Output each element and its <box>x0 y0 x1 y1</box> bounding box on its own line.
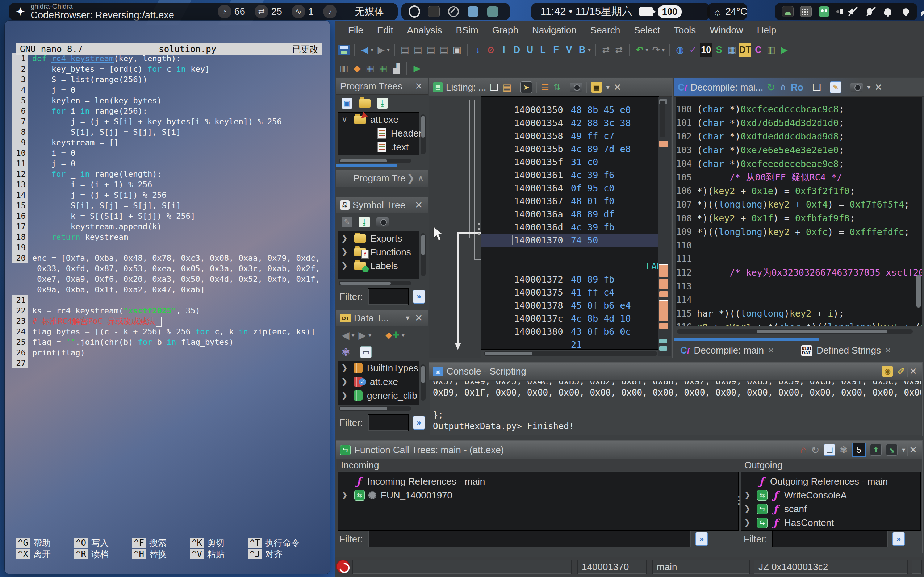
listing-row[interactable]: 14000137541 ff c4 <box>481 286 659 299</box>
mic-muted-icon[interactable] <box>864 6 876 18</box>
world-icon[interactable]: ◍ <box>674 43 686 57</box>
listing-row[interactable]: 14000136d4c 39 fb <box>481 221 659 234</box>
airplane-mode-icon[interactable] <box>918 6 924 18</box>
expand-icon[interactable]: ❯ <box>338 391 351 400</box>
listing-row[interactable]: 14000135b4c 89 7d e8 <box>481 142 659 155</box>
symbol-tree-title-bar[interactable]: 品 Symbol Tree ✕ <box>336 197 428 213</box>
close-icon[interactable]: ✕ <box>413 313 424 324</box>
filter-input[interactable] <box>368 531 691 547</box>
chevron-down-icon[interactable]: ▾ <box>902 446 905 454</box>
notification-bell-icon[interactable] <box>882 6 893 18</box>
import-symbols-icon[interactable]: ⭳ <box>359 217 370 227</box>
binary-10-icon[interactable]: 10 <box>700 43 712 57</box>
tree-item[interactable]: Headers <box>338 126 419 140</box>
undefine-u-icon[interactable]: U <box>524 43 536 57</box>
close-icon[interactable]: × <box>768 345 774 356</box>
filter-options-icon[interactable]: » <box>413 290 425 303</box>
decompile-line[interactable]: 108*)(key2 + 0x1f) = 0xfbfaf9f8; <box>676 211 922 225</box>
ghidra-codebrowser-window[interactable]: FileEditAnalysisBSimGraphNavigationSearc… <box>335 21 924 577</box>
listing-row[interactable]: 14000135442 88 3c 38 <box>481 116 659 129</box>
tree-item[interactable]: ❯BuiltInTypes <box>338 361 419 375</box>
menu-navigation[interactable]: Navigation <box>525 25 584 36</box>
menu-graph[interactable]: Graph <box>485 25 525 36</box>
nano-shortcut[interactable]: ^R读档 <box>74 548 132 560</box>
keyboard-icon[interactable] <box>800 6 812 18</box>
filter-options-icon[interactable]: » <box>413 416 425 430</box>
home-icon[interactable]: ⌂ <box>800 444 806 456</box>
refs-prev-icon[interactable]: ⇄ <box>600 43 612 57</box>
menu-select[interactable]: Select <box>627 25 667 36</box>
nano-shortcut[interactable]: ^V粘贴 <box>190 548 248 560</box>
menu-bsim[interactable]: BSim <box>449 25 485 36</box>
code-line[interactable]: 9 keystream = [] <box>12 137 328 148</box>
paste-icon[interactable]: ▤ <box>503 82 512 93</box>
tree-item[interactable]: ❯Labels <box>338 259 419 273</box>
incoming-tree[interactable]: ƒIncoming References - main❯⇆FUN_1400019… <box>338 472 739 531</box>
diff-view-icon[interactable]: ⇅ <box>554 82 561 92</box>
listing-row[interactable]: 14000137c4c 8b 4d 10 <box>481 312 659 325</box>
nano-shortcut[interactable]: ^H替换 <box>132 548 190 560</box>
menu-help[interactable]: Help <box>750 25 783 36</box>
edit-disabled-icon[interactable]: ✎ <box>341 217 353 227</box>
listing-row[interactable]: 14000137074 50 <box>481 234 659 247</box>
filter-input[interactable] <box>368 414 409 431</box>
tree-item[interactable]: ❯generic_clib <box>338 388 419 403</box>
horizontal-scrollbar[interactable] <box>677 329 913 334</box>
listing-title-bar[interactable]: ▤ Listing: ... ❏ ▤ ➤ ☰ ⇅ ▤ ▾ ✕ <box>429 78 672 97</box>
program-trees-title-bar[interactable]: Program Trees ✕ <box>336 78 428 95</box>
copy-special-icon[interactable]: ▤ <box>399 43 411 57</box>
code-line[interactable]: 13 i = (i + 1) % 256 <box>12 179 328 190</box>
close-icon[interactable]: ✕ <box>413 81 424 92</box>
code-line[interactable]: 15 S[i], S[j] = S[j], S[i] <box>12 200 328 211</box>
horizontal-scrollbar[interactable] <box>339 406 411 411</box>
data-type-manager-title-bar[interactable]: DT Data T... ▼ ✕ <box>336 310 428 326</box>
fct-title-bar[interactable]: ⇆ Function Call Trees: main - (att.exe) … <box>336 441 922 459</box>
gear-icon[interactable]: ✾ <box>840 445 848 456</box>
dropdown-arrow[interactable]: ▾ <box>370 46 373 53</box>
code-line[interactable]: 20enc = [0xfa, 0xba, 0x48, 0x78, 0xc3, 0… <box>12 253 328 263</box>
splitter-handle[interactable]: ••• <box>738 495 741 509</box>
data-d-icon[interactable]: D <box>511 43 523 57</box>
decompile-line[interactable]: 100(char *)0xcfcecdcccbcac9c8; <box>676 103 922 116</box>
code-line[interactable]: 4 j = 0 <box>12 85 328 95</box>
code-line[interactable]: 0xe7, 0xa9, 0xf6, 0x20, 0xa3, 0x50, 0x4d… <box>12 274 328 284</box>
save-icon[interactable] <box>338 45 350 55</box>
menu-analysis[interactable]: Analysis <box>400 25 449 36</box>
listing-row[interactable]: 14000137248 89 fb <box>481 273 659 286</box>
expand-icon[interactable]: ❯ <box>741 490 753 500</box>
code-line[interactable]: 3 S = list(range(256)) <box>12 74 328 85</box>
nav-back-icon[interactable]: ◀ <box>341 329 349 341</box>
nav-back-icon[interactable]: ◀ <box>359 43 371 57</box>
folder-icon[interactable] <box>359 99 370 108</box>
vertical-scrollbar[interactable] <box>916 275 921 308</box>
refresh-icon[interactable]: ↻ <box>811 444 819 456</box>
function-f-icon[interactable]: F <box>550 43 562 57</box>
import-tree-icon[interactable]: ⭳ <box>377 98 388 109</box>
dropdown-arrow[interactable]: ▾ <box>646 46 648 53</box>
code-line[interactable]: 16 k = S[(S[i] + S[j]) % 256] <box>12 211 328 221</box>
filter-input[interactable] <box>772 531 888 547</box>
incoming-graph-icon[interactable]: ⬆ <box>870 444 882 456</box>
decompile-content[interactable]: 100(char *)0xcfcecdcccbcac9c8;101(char *… <box>676 97 922 326</box>
field-format-icon[interactable]: ☰ <box>541 82 549 92</box>
code-line[interactable]: 11 j = 0 <box>12 158 328 169</box>
menu-search[interactable]: Search <box>584 25 627 36</box>
dropdown-arrow[interactable]: ▾ <box>387 46 390 53</box>
decompile-line[interactable]: 101(char *)0xd7d6d5d4d3d2d1d0; <box>676 116 922 130</box>
listing-row[interactable]: 1400013614c 39 f6 <box>481 168 659 182</box>
cursor-tool-icon[interactable]: ➤ <box>520 82 532 93</box>
collapse-up-icon[interactable]: ∧ <box>417 173 424 184</box>
code-line[interactable]: 0x9a, 0xba, 0x1f, 0xa2, 0x47, 0xa6] <box>12 284 328 295</box>
program-tree[interactable]: ∨att.exeHeaders.text <box>338 112 419 155</box>
listing-row[interactable]: 14000136748 01 f0 <box>481 195 659 208</box>
listing-row[interactable]: 14000137845 0f b6 e4 <box>481 299 659 312</box>
tab-decompile-main[interactable]: Cf Decompile: main × <box>674 342 780 359</box>
decompile-line[interactable]: 109*)((longlong)key2 + 0xfc) = 0xfffefdf… <box>676 225 922 239</box>
nav-forward-icon[interactable]: ▶ <box>375 43 387 57</box>
clear-code-icon[interactable]: ⊘ <box>485 43 497 57</box>
lock-icon[interactable]: ◉ <box>882 366 893 377</box>
decompile-line[interactable]: 103(char *)0xe7e6e5e4e3e2e1e0; <box>676 143 922 157</box>
decompile-line[interactable]: 114 <box>676 293 922 307</box>
duplicate-panel-icon[interactable]: ❏ <box>824 444 835 456</box>
listing-row[interactable]: 14000135849 ff c7 <box>481 129 659 142</box>
